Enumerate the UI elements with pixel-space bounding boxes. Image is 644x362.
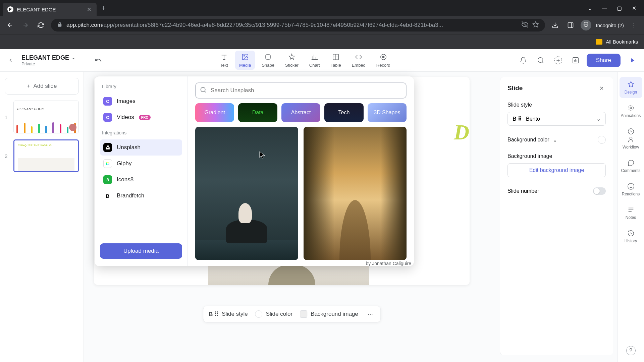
- notifications-button[interactable]: [517, 54, 530, 67]
- chevron-down-icon: ⌄: [596, 116, 601, 122]
- download-icon[interactable]: [550, 20, 560, 31]
- tab-close-icon[interactable]: ✕: [86, 6, 92, 12]
- rail-design-button[interactable]: Design: [620, 77, 642, 98]
- panel-icon[interactable]: [565, 20, 576, 31]
- minimize-icon[interactable]: —: [601, 5, 608, 11]
- share-button[interactable]: Share: [587, 54, 621, 67]
- eye-off-icon[interactable]: [522, 21, 528, 29]
- category-data[interactable]: Data: [238, 103, 277, 122]
- rail-notes-button[interactable]: Notes: [620, 202, 642, 223]
- search-button[interactable]: [534, 54, 547, 67]
- insert-chart-button[interactable]: Chart: [305, 51, 324, 70]
- slide-number: 1: [5, 114, 10, 120]
- upload-media-button[interactable]: Upload media: [100, 243, 182, 259]
- stock-image-forest[interactable]: [304, 127, 407, 260]
- back-icon[interactable]: [5, 20, 15, 31]
- color-swatch-icon[interactable]: [598, 136, 606, 144]
- chevron-down-icon: ⌄: [72, 55, 75, 60]
- videos-icon: C: [103, 113, 112, 122]
- integration-giphy-item[interactable]: Giphy: [100, 156, 182, 172]
- add-user-button[interactable]: [552, 54, 565, 67]
- present-button[interactable]: [625, 53, 639, 67]
- category-tech[interactable]: Tech: [324, 103, 363, 122]
- profile-avatar-icon[interactable]: [581, 20, 591, 31]
- media-sidebar: Library C Images C Videos PRO Integratio…: [95, 76, 188, 266]
- analytics-button[interactable]: [569, 54, 582, 67]
- rail-history-button[interactable]: History: [620, 226, 642, 247]
- app-root: ELEGANT EDGE ⌄ Private Text Media Shape …: [0, 49, 644, 362]
- insert-embed-button[interactable]: Embed: [348, 51, 370, 70]
- rail-reactions-button[interactable]: Reactions: [620, 179, 642, 200]
- url-bar[interactable]: app.pitch.com/app/presentation/58f67c22-…: [51, 19, 545, 32]
- svg-point-5: [265, 54, 271, 60]
- forward-icon[interactable]: [20, 20, 31, 31]
- search-input[interactable]: [195, 82, 407, 99]
- library-images-item[interactable]: C Images: [100, 93, 182, 109]
- slide-number: 2: [5, 153, 10, 159]
- maximize-icon[interactable]: ▢: [616, 5, 623, 11]
- svg-rect-14: [106, 162, 109, 163]
- properties-panel: Slide ✕ Slide style B ⠿ Bento ⌄ Backgrou…: [500, 77, 613, 355]
- integration-unsplash-item[interactable]: Unsplash: [100, 139, 182, 156]
- rail-comments-button[interactable]: Comments: [620, 156, 642, 176]
- slide-style-quick-button[interactable]: B ⠿ Slide style: [209, 311, 248, 318]
- kebab-menu-icon[interactable]: ⋮: [629, 20, 639, 31]
- chevron-down-icon[interactable]: ⌄: [586, 5, 593, 11]
- chart-icon: [310, 53, 319, 61]
- help-button[interactable]: ?: [626, 346, 636, 355]
- image-swatch-icon: [300, 310, 307, 318]
- bookmarks-bar: All Bookmarks: [0, 34, 644, 49]
- library-heading: Library: [100, 84, 182, 89]
- insert-record-button[interactable]: Record: [372, 51, 394, 70]
- slide-style-select[interactable]: B ⠿ Bento ⌄: [507, 112, 606, 126]
- rail-workflow-button[interactable]: Workflow: [620, 124, 642, 153]
- close-panel-button[interactable]: ✕: [597, 84, 606, 93]
- star-icon[interactable]: [532, 21, 539, 29]
- insert-media-button[interactable]: Media: [235, 51, 255, 70]
- design-icon: [627, 80, 635, 88]
- slide-thumbnail-2[interactable]: CONQUER THE WORLD!: [13, 139, 79, 172]
- insert-shape-button[interactable]: Shape: [258, 51, 278, 70]
- slide-thumbnail-1[interactable]: ELEGANT EDGE: [13, 101, 79, 133]
- close-window-icon[interactable]: ✕: [631, 5, 637, 11]
- document-title-group[interactable]: ELEGANT EDGE ⌄ Private: [21, 54, 75, 66]
- browser-tab-strip: P ELEGANT EDGE ✕ + ⌄ — ▢ ✕: [0, 0, 644, 16]
- svg-point-9: [538, 57, 543, 62]
- stock-image-pelican[interactable]: [195, 127, 298, 260]
- app-body: + Add slide 1 ELEGANT EDGE: [0, 72, 644, 362]
- add-slide-button[interactable]: + Add slide: [5, 78, 79, 95]
- category-abstract[interactable]: Abstract: [281, 103, 320, 122]
- integration-icons8-item[interactable]: 8 Icons8: [100, 172, 182, 188]
- library-videos-item[interactable]: C Videos PRO: [100, 109, 182, 125]
- category-gradient[interactable]: Gradient: [195, 103, 234, 122]
- new-tab-button[interactable]: +: [97, 4, 110, 12]
- undo-button[interactable]: [93, 55, 104, 66]
- insert-sticker-button[interactable]: Sticker: [281, 51, 303, 70]
- background-image-quick-button[interactable]: Background image: [300, 310, 358, 318]
- insert-text-button[interactable]: Text: [216, 51, 232, 70]
- integration-brandfetch-item[interactable]: B Brandfetch: [100, 188, 182, 204]
- insert-table-button[interactable]: Table: [327, 51, 345, 70]
- more-button[interactable]: ⋯: [366, 309, 375, 319]
- background-color-row[interactable]: Background color ⌄: [507, 136, 606, 144]
- media-icon: [241, 53, 250, 61]
- window-controls: ⌄ — ▢ ✕: [586, 5, 641, 11]
- app-back-button[interactable]: [5, 54, 17, 66]
- table-icon: [331, 53, 340, 61]
- slide-number-toggle[interactable]: [593, 187, 606, 195]
- chevron-down-icon: ⌄: [553, 137, 557, 143]
- all-bookmarks-button[interactable]: All Bookmarks: [596, 39, 638, 45]
- svg-point-4: [244, 55, 245, 56]
- browser-tab[interactable]: P ELEGANT EDGE ✕: [3, 3, 97, 16]
- canvas-area: D ! Library C Images C Videos: [84, 72, 500, 362]
- tab-favicon-icon: P: [7, 6, 13, 12]
- lock-icon: [57, 22, 62, 29]
- category-3dshapes[interactable]: 3D Shapes: [368, 103, 407, 122]
- reload-icon[interactable]: [36, 20, 46, 31]
- grid-column: by Jonathan Caliguire: [195, 127, 298, 260]
- rail-animations-button[interactable]: Animations: [620, 101, 642, 121]
- edit-background-image-button[interactable]: Edit background image: [507, 163, 606, 177]
- pro-badge: PRO: [139, 115, 151, 120]
- app-header: ELEGANT EDGE ⌄ Private Text Media Shape …: [0, 49, 644, 72]
- slide-color-quick-button[interactable]: Slide color: [255, 310, 292, 318]
